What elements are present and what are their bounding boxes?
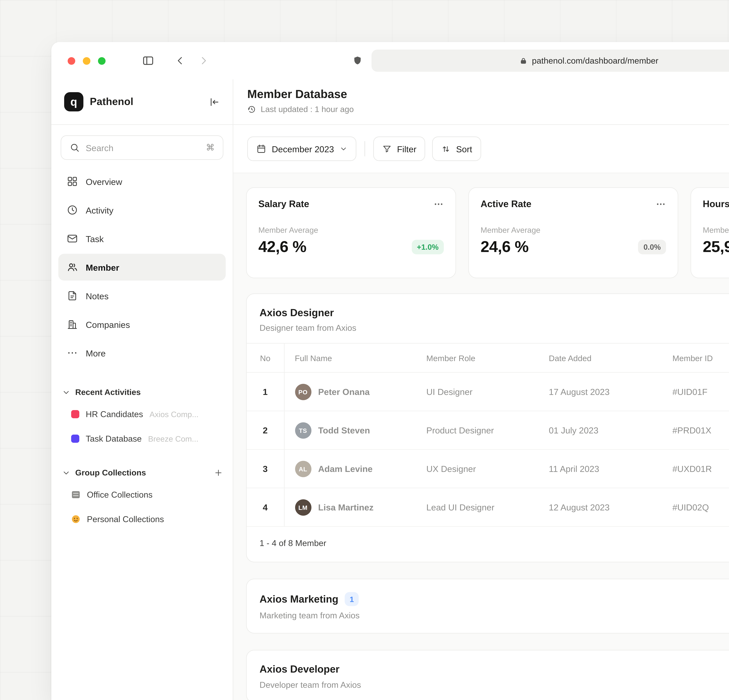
sidebar: q Pathenol Search ⌘ Overview — [51, 79, 233, 700]
users-icon — [67, 261, 78, 273]
member-count-badge: 1 — [345, 592, 359, 606]
stat-card-salary-rate: Salary Rate Member Average 42,6 % +1.0% — [246, 187, 456, 278]
date-added: 12 August 2023 — [538, 488, 662, 526]
page-title: Member Database — [247, 87, 729, 101]
member-role: UI Designer — [416, 372, 538, 411]
minimize-button[interactable] — [83, 57, 90, 64]
table-row[interactable]: 1 PO Peter Onana UI Designer 17 August 2 — [247, 372, 729, 411]
team-card-subtitle: Developer team from Axios — [260, 680, 729, 690]
stat-delta-badge: 0.0% — [638, 240, 666, 254]
main-content: Member Database Last updated : 1 hour ag… — [233, 79, 729, 700]
activity-company: Axios Comp... — [150, 410, 199, 418]
brand-name: Pathenol — [90, 96, 134, 108]
sidebar-item-notes[interactable]: Notes — [58, 282, 226, 309]
close-button[interactable] — [68, 57, 75, 64]
team-card-axios-developer[interactable]: Axios Developer Developer team from Axio… — [246, 650, 729, 700]
member-id: #PRD01X — [662, 411, 729, 449]
url-text: pathenol.com/dashboard/member — [532, 56, 658, 65]
desktop-background: pathenol.com/dashboard/member q Pathenol — [0, 0, 729, 700]
row-number: 2 — [247, 411, 284, 449]
mail-icon — [67, 233, 78, 244]
activity-item-hr-candidates[interactable]: HR Candidates Axios Comp... — [51, 402, 233, 426]
stat-cards-row: Salary Rate Member Average 42,6 % +1.0% — [246, 187, 729, 278]
stat-sublabel: Member Average — [481, 226, 666, 234]
date-filter-button[interactable]: December 2023 — [247, 137, 356, 161]
avatar: PO — [295, 383, 311, 400]
table-row[interactable]: 3 AL Adam Levine UX Designer 11 April 20 — [247, 449, 729, 488]
toolbar: December 2023 Filter Sort R — [233, 125, 729, 173]
team-card-axios-marketing[interactable]: Axios Marketing 1 Marketing team from Ax… — [246, 579, 729, 633]
last-updated: Last updated : 1 hour ago — [247, 105, 729, 114]
section-title: Group Collections — [75, 468, 146, 477]
forward-icon[interactable] — [198, 55, 209, 67]
back-icon[interactable] — [174, 55, 186, 67]
team-card-subtitle: Marketing team from Axios — [260, 611, 729, 620]
activity-color-dot — [71, 434, 79, 443]
activity-item-task-database[interactable]: Task Database Breeze Com... — [51, 426, 233, 451]
sidebar-item-companies[interactable]: Companies — [58, 311, 226, 338]
member-id: #UID02Q — [662, 488, 729, 526]
recent-activities-header[interactable]: Recent Activities — [51, 382, 233, 402]
team-card-title: Axios Designer — [260, 307, 729, 319]
member-role: Lead UI Designer — [416, 488, 538, 526]
sort-button[interactable]: Sort — [432, 137, 481, 161]
nav-label: Notes — [86, 291, 109, 301]
column-header: No — [247, 343, 284, 372]
browser-window: pathenol.com/dashboard/member q Pathenol — [51, 42, 729, 700]
activity-label: HR Candidates — [86, 410, 143, 419]
shield-icon[interactable] — [352, 55, 363, 67]
card-menu-icon[interactable] — [655, 199, 666, 209]
sidebar-header: q Pathenol — [51, 79, 233, 125]
date-added: 11 April 2023 — [538, 449, 662, 488]
stat-value: 25,9 % — [703, 238, 729, 256]
nav-label: Task — [86, 234, 104, 244]
sidebar-search-input[interactable]: Search ⌘ — [61, 135, 224, 160]
date-added: 01 July 2023 — [538, 411, 662, 449]
last-updated-text: Last updated : 1 hour ago — [261, 105, 354, 114]
sidebar-item-overview[interactable]: Overview — [58, 168, 226, 195]
clock-icon — [67, 204, 78, 216]
pagination-status: 1 - 4 of 8 Member — [247, 527, 729, 562]
sidebar-item-member[interactable]: Member — [58, 254, 226, 280]
table-row[interactable]: 4 LM Lisa Martinez Lead UI Designer 12 A — [247, 488, 729, 526]
address-bar[interactable]: pathenol.com/dashboard/member — [372, 49, 729, 72]
team-card-title: Axios Developer — [260, 663, 340, 675]
member-name-cell: PO Peter Onana — [284, 372, 416, 411]
table-row[interactable]: 2 TS Todd Steven Product Designer 01 Jul — [247, 411, 729, 449]
office-collections-icon — [71, 490, 80, 499]
date-added: 17 August 2023 — [538, 372, 662, 411]
add-collection-icon[interactable] — [213, 468, 224, 478]
group-collections-header[interactable]: Group Collections — [51, 463, 233, 482]
row-number: 3 — [247, 449, 284, 488]
search-icon — [70, 142, 80, 153]
stat-card-hours-rate: Hours Rate Member Average 25,9 % -2.0% — [691, 187, 729, 278]
member-role: UX Designer — [416, 449, 538, 488]
browser-sidebar-toggle-icon[interactable] — [142, 54, 155, 67]
collection-item-personal[interactable]: Personal Collections — [51, 507, 233, 532]
member-id: #UID01F — [662, 372, 729, 411]
zoom-button[interactable] — [98, 57, 106, 64]
member-name: Peter Onana — [318, 387, 370, 396]
collection-item-office[interactable]: Office Collections — [51, 482, 233, 507]
sidebar-item-more[interactable]: More — [58, 340, 226, 366]
grid-icon — [67, 176, 78, 187]
activity-label: Task Database — [86, 434, 142, 443]
activity-color-dot — [71, 410, 79, 418]
chevron-down-icon — [62, 468, 71, 477]
sort-label: Sort — [456, 144, 472, 154]
stat-title: Salary Rate — [258, 199, 309, 209]
member-name-cell: AL Adam Levine — [284, 449, 416, 488]
sidebar-item-task[interactable]: Task — [58, 225, 226, 252]
row-number: 4 — [247, 488, 284, 526]
team-card-axios-designer: Axios Designer Designer team from Axios … — [246, 293, 729, 562]
member-name-cell: LM Lisa Martinez — [284, 488, 416, 526]
section-title: Recent Activities — [75, 387, 141, 396]
chevron-down-icon — [339, 145, 347, 153]
calendar-icon — [256, 144, 267, 154]
stat-value: 24,6 % — [481, 238, 529, 256]
sidebar-collapse-icon[interactable] — [208, 96, 220, 107]
filter-button[interactable]: Filter — [373, 137, 425, 161]
sidebar-item-activity[interactable]: Activity — [58, 197, 226, 224]
nav-label: Member — [86, 262, 119, 272]
card-menu-icon[interactable] — [433, 199, 444, 209]
